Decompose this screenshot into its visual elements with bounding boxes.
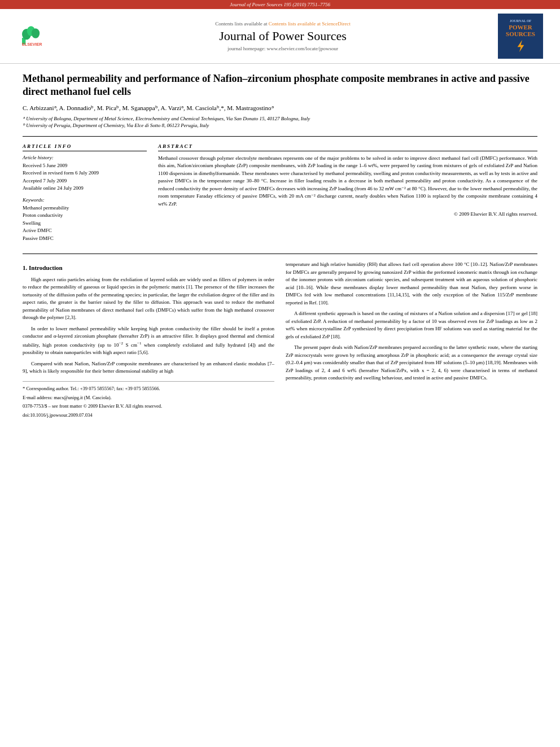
article-info-label: ARTICLE INFO [23, 143, 147, 151]
svg-text:ELSEVIER: ELSEVIER [22, 42, 42, 47]
header-center: Contents lists available at Contents lis… [79, 21, 487, 51]
right-para-3: The present paper deals with Nafion/ZrP … [286, 344, 537, 382]
body-right-col: temperature and high relative humidity (… [286, 261, 537, 421]
logo-line2: POWER [509, 24, 532, 30]
page-wrapper: Journal of Power Sources 195 (2010) 7751… [0, 0, 560, 747]
svg-marker-5 [517, 40, 524, 53]
article-info-col: ARTICLE INFO Article history: Received 5… [23, 143, 147, 247]
footnote-corresponding: * Corresponding author. Tel.: +39 075 58… [23, 385, 274, 392]
abstract-label: ABSTRACT [158, 143, 537, 151]
keywords-section: Keywords: Methanol permeability Proton c… [23, 197, 147, 243]
sciencedirect-link-text[interactable]: Contents lists available at ScienceDirec… [269, 21, 351, 27]
svg-point-3 [32, 28, 40, 38]
info-abstract-cols: ARTICLE INFO Article history: Received 5… [23, 143, 537, 247]
citation-text: Journal of Power Sources 195 (2010) 7751… [230, 2, 330, 7]
accepted-date: Accepted 7 July 2009 [23, 177, 147, 185]
affil-a: ᵃ University of Bologna, Department of M… [23, 115, 537, 123]
citation-bar: Journal of Power Sources 195 (2010) 7751… [0, 0, 560, 9]
journal-title: Journal of Power Sources [79, 29, 487, 43]
footnote-area: * Corresponding author. Tel.: +39 075 58… [23, 381, 274, 419]
keyword-3: Swelling [23, 220, 147, 228]
journal-header: ELSEVIER Contents lists available at Con… [0, 9, 560, 64]
footnote-issn: 0378-7753/$ – see front matter © 2009 El… [23, 403, 274, 410]
right-para-2: A different synthetic approach is based … [286, 310, 537, 340]
journal-logo-box: JOURNAL OF POWER SOURCES [498, 14, 543, 59]
keyword-2: Proton conductivity [23, 212, 147, 220]
sciencedirect-line: Contents lists available at Contents lis… [79, 21, 487, 27]
right-para-1: temperature and high relative humidity (… [286, 261, 537, 307]
body-left-col: 1. Introduction High aspect ratio partic… [23, 261, 274, 421]
footnote-email: E-mail address: macs@unipg.it (M. Cascio… [23, 394, 274, 401]
intro-heading: 1. Introduction [23, 263, 274, 273]
section-number: 1. [23, 264, 27, 271]
divider-2 [23, 254, 537, 254]
keyword-4: Active DMFC [23, 227, 147, 235]
article-title: Methanol permeability and performance of… [23, 72, 537, 99]
article-history: Article history: Received 5 June 2009 Re… [23, 155, 147, 193]
keyword-1: Methanol permeability [23, 204, 147, 212]
homepage-text: journal homepage: www.elsevier.com/locat… [228, 46, 338, 51]
intro-para-3: Compared with neat Nafion, Nafion/ZrP co… [23, 360, 274, 375]
keywords-label: Keywords: [23, 197, 147, 203]
elsevier-logo: ELSEVIER [17, 24, 68, 48]
copyright-line: © 2009 Elsevier B.V. All rights reserved… [158, 211, 537, 217]
intro-para-2: In order to lower methanol permeability … [23, 325, 274, 357]
keyword-5: Passive DMFC [23, 235, 147, 243]
intro-para-1: High aspect ratio particles arising from… [23, 276, 274, 322]
logo-line3: SOURCES [506, 30, 535, 37]
revised-date: Received in revised form 6 July 2009 [23, 169, 147, 177]
authors-line: C. Arbizzaniᵃ, A. Donnadioᵇ, M. Picaᵇ, M… [23, 104, 537, 112]
history-label: Article history: [23, 155, 147, 160]
footnote-doi: doi:10.1016/j.jpowsour.2009.07.034 [23, 412, 274, 419]
article-content: Methanol permeability and performance of… [0, 64, 560, 429]
received-date: Received 5 June 2009 [23, 162, 147, 170]
abstract-text: Methanol crossover through polymer elect… [158, 155, 537, 208]
section-title: Introduction [29, 264, 63, 271]
logo-line1: JOURNAL OF [510, 19, 532, 23]
abstract-col: ABSTRACT Methanol crossover through poly… [158, 143, 537, 247]
available-date: Available online 24 July 2009 [23, 185, 147, 193]
journal-homepage: journal homepage: www.elsevier.com/locat… [79, 46, 487, 51]
body-content: 1. Introduction High aspect ratio partic… [23, 261, 537, 421]
affiliations: ᵃ University of Bologna, Department of M… [23, 115, 537, 129]
affil-b: ᵇ University of Perugia, Department of C… [23, 122, 537, 129]
divider-1 [23, 136, 537, 137]
